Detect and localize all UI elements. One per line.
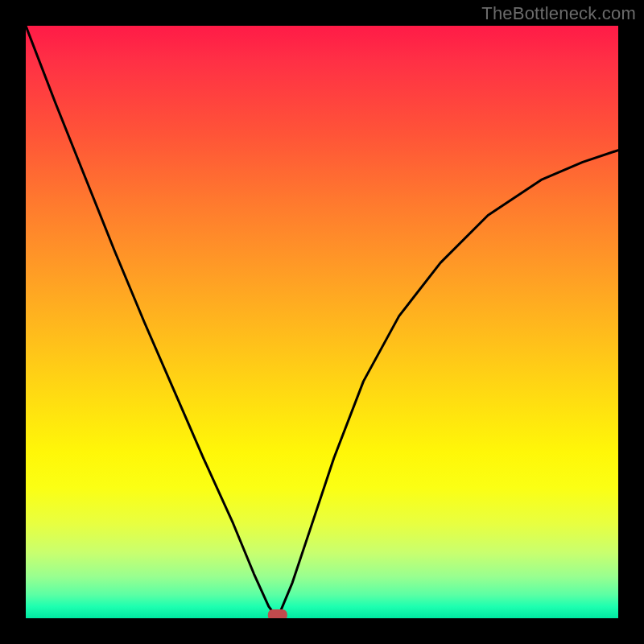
curve-left-branch <box>26 26 278 618</box>
bottleneck-curve <box>26 26 618 618</box>
curve-right-branch <box>278 151 618 618</box>
minimum-marker <box>268 609 287 618</box>
chart-frame: TheBottleneck.com <box>0 0 644 644</box>
plot-area <box>26 26 618 618</box>
watermark-text: TheBottleneck.com <box>481 3 636 24</box>
